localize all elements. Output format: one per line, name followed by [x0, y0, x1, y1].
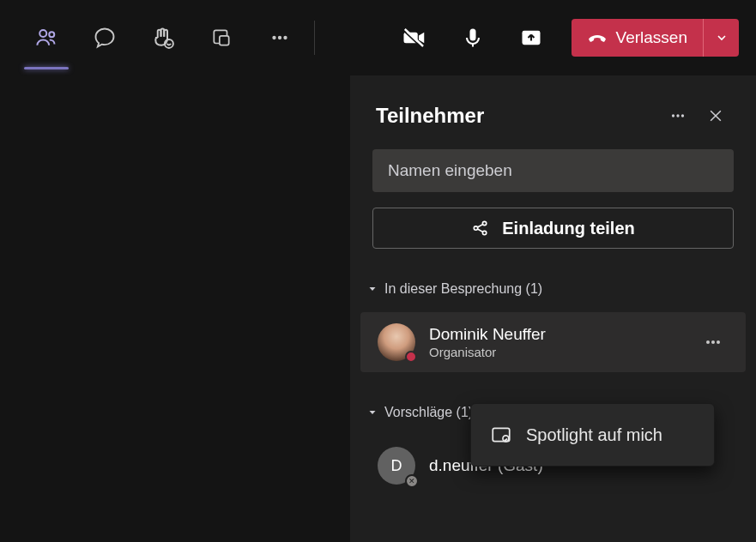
avatar [378, 323, 415, 361]
toolbar-separator [314, 21, 315, 55]
menu-item-spotlight-label: Spotlight auf mich [526, 425, 662, 445]
content-area: Teilnehmer Einladung teilen [0, 75, 756, 542]
panel-more-button[interactable] [663, 101, 692, 130]
svg-point-19 [706, 340, 710, 344]
participant-context-menu: Spotlight auf mich [470, 403, 715, 467]
breakout-rooms-icon [210, 27, 233, 49]
close-icon [707, 107, 724, 124]
svg-point-21 [717, 340, 720, 344]
hand-emoji-icon [150, 25, 176, 51]
share-screen-button[interactable] [503, 15, 559, 61]
participants-panel: Teilnehmer Einladung teilen [350, 75, 756, 542]
spotlight-icon [490, 424, 512, 446]
chat-icon [93, 26, 117, 50]
svg-point-13 [672, 114, 674, 117]
svg-point-15 [681, 114, 684, 117]
more-icon [269, 27, 291, 49]
people-button[interactable] [17, 15, 76, 61]
camera-off-icon [402, 25, 427, 51]
chevron-down-icon [715, 31, 729, 45]
microphone-icon [461, 26, 485, 50]
presence-offline-icon: ✕ [405, 474, 419, 488]
panel-header: Teilnehmer [350, 75, 756, 149]
share-invite-label: Einladung teilen [502, 219, 634, 238]
share-link-icon [471, 219, 490, 238]
svg-point-6 [278, 36, 281, 39]
menu-item-spotlight[interactable]: Spotlight auf mich [471, 404, 714, 466]
participant-name: Dominik Neuffer [429, 325, 703, 344]
svg-point-16 [475, 226, 478, 230]
reactions-button[interactable] [134, 15, 192, 61]
section-in-meeting-header[interactable]: In dieser Besprechung (1) [367, 281, 734, 297]
section-suggestions-label: Vorschläge (1) [384, 405, 473, 420]
panel-close-button[interactable] [701, 101, 730, 130]
leave-button[interactable]: Verlassen [572, 19, 703, 57]
caret-down-icon [367, 407, 378, 418]
participant-role: Organisator [429, 345, 703, 359]
hangup-icon [587, 27, 608, 48]
svg-point-17 [483, 221, 487, 225]
avatar-initial: D ✕ [378, 447, 415, 485]
participant-text: Dominik Neuffer Organisator [429, 325, 703, 359]
more-icon [703, 332, 723, 352]
leave-options-button[interactable] [703, 19, 739, 57]
more-actions-button[interactable] [251, 15, 309, 61]
participant-search-input[interactable] [372, 149, 734, 192]
svg-point-20 [711, 340, 715, 344]
video-stage [0, 75, 350, 542]
svg-point-14 [676, 114, 679, 117]
svg-rect-4 [220, 36, 229, 45]
toolbar-left [17, 15, 309, 61]
people-icon [33, 25, 59, 51]
toolbar-right: Verlassen [386, 15, 739, 61]
section-in-meeting-label: In dieser Besprechung (1) [384, 281, 542, 297]
mic-toggle-button[interactable] [445, 15, 501, 61]
svg-point-18 [483, 231, 487, 234]
more-icon [668, 106, 687, 125]
svg-point-1 [49, 32, 54, 37]
rooms-button[interactable] [192, 15, 251, 61]
share-screen-icon [519, 26, 543, 50]
avatar-initial-letter: D [391, 457, 402, 475]
caret-down-icon [367, 284, 378, 294]
meeting-toolbar: Verlassen [0, 0, 756, 75]
share-invite-button[interactable]: Einladung teilen [372, 208, 734, 249]
panel-title: Teilnehmer [376, 104, 655, 128]
camera-toggle-button[interactable] [386, 15, 443, 61]
participant-more-button[interactable] [703, 332, 729, 352]
participant-row[interactable]: Dominik Neuffer Organisator [360, 312, 746, 372]
leave-button-label: Verlassen [616, 28, 687, 47]
chat-button[interactable] [76, 15, 134, 61]
leave-control-group: Verlassen [572, 19, 739, 57]
svg-point-0 [39, 30, 46, 37]
presence-busy-icon [405, 351, 417, 363]
svg-point-5 [272, 36, 275, 39]
svg-rect-10 [469, 29, 475, 41]
svg-point-7 [283, 36, 287, 39]
